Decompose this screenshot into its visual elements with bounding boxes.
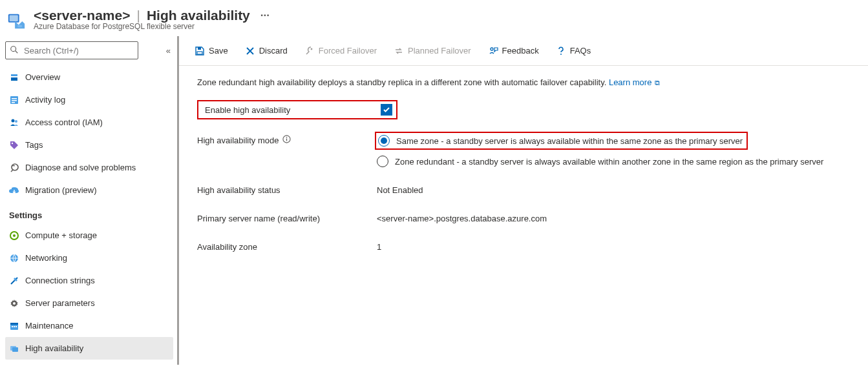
page-header: <server-name> | High availability ··· Az… — [0, 0, 868, 36]
search-input[interactable] — [5, 41, 138, 59]
sidebar-item-label: Maintenance — [25, 321, 73, 331]
high-availability-icon — [9, 343, 19, 354]
sidebar-item-compute-storage[interactable]: Compute + storage — [5, 224, 173, 247]
gear-icon — [9, 298, 19, 309]
planned-failover-button: Planned Failover — [388, 41, 476, 61]
forced-failover-icon — [304, 46, 315, 56]
sidebar-item-label: Networking — [25, 253, 67, 263]
svg-rect-20 — [16, 326, 17, 327]
learn-more-link[interactable]: Learn more ⧉ — [609, 77, 661, 87]
save-label: Save — [209, 46, 228, 56]
sidebar-item-label: Activity log — [25, 95, 65, 105]
title-separator: | — [136, 8, 140, 23]
svg-rect-29 — [286, 139, 287, 141]
svg-point-2 — [17, 25, 23, 28]
help-icon — [556, 46, 566, 56]
collapse-sidebar-button[interactable]: « — [164, 43, 173, 58]
radio-label: Same zone - a standby server is always a… — [396, 136, 743, 146]
activity-log-icon — [9, 95, 19, 105]
discard-button[interactable]: Discard — [240, 41, 293, 61]
planned-failover-label: Planned Failover — [408, 46, 471, 56]
planned-failover-icon — [394, 46, 404, 56]
ha-mode-zone-redundant-radio[interactable]: Zone redundant - a standby server is alw… — [377, 156, 823, 167]
svg-rect-22 — [12, 347, 18, 352]
svg-point-26 — [491, 48, 493, 50]
sidebar-item-tags[interactable]: Tags — [5, 134, 173, 156]
server-resource-icon — [6, 10, 26, 30]
svg-point-9 — [12, 119, 15, 122]
sidebar: « Overview Activity log Access control (… — [0, 36, 178, 365]
sidebar-item-overview[interactable]: Overview — [5, 66, 173, 88]
sidebar-item-label: Diagnose and solve problems — [25, 163, 136, 172]
search-icon — [10, 45, 19, 56]
svg-point-15 — [13, 302, 16, 305]
feedback-icon — [488, 46, 498, 56]
sidebar-item-migration[interactable]: Migration (preview) — [5, 179, 173, 201]
faqs-label: FAQs — [570, 46, 591, 56]
svg-point-25 — [310, 48, 312, 50]
svg-rect-19 — [14, 326, 15, 327]
sidebar-item-diagnose[interactable]: Diagnose and solve problems — [5, 156, 173, 179]
network-icon — [9, 253, 19, 263]
sidebar-section-settings: Settings — [5, 201, 173, 224]
sidebar-item-server-parameters[interactable]: Server parameters — [5, 292, 173, 314]
svg-rect-7 — [12, 100, 17, 101]
ha-mode-label: High availability mode — [197, 136, 279, 145]
svg-rect-24 — [197, 52, 202, 54]
discard-icon — [245, 46, 255, 56]
primary-server-value: <server-name>.postgres.database.azure.co… — [377, 212, 547, 223]
save-button[interactable]: Save — [189, 41, 233, 61]
primary-server-label: Primary server name (read/write) — [197, 214, 320, 223]
forced-failover-label: Forced Failover — [319, 46, 377, 56]
forced-failover-button: Forced Failover — [299, 41, 382, 61]
radio-indicator — [378, 135, 390, 147]
discard-label: Discard — [259, 46, 288, 56]
more-actions-button[interactable]: ··· — [257, 9, 273, 22]
compute-icon — [9, 230, 19, 241]
sidebar-item-connection-strings[interactable]: Connection strings — [5, 269, 173, 292]
info-icon[interactable] — [282, 135, 291, 145]
svg-rect-1 — [10, 15, 18, 21]
main-content: Save Discard Forced Failover Planned Fai… — [177, 36, 868, 365]
sidebar-item-label: Compute + storage — [25, 230, 97, 240]
migration-icon — [9, 185, 19, 196]
sidebar-item-networking[interactable]: Networking — [5, 247, 173, 269]
server-name-title: <server-name> — [34, 8, 130, 23]
enable-ha-checkbox[interactable] — [381, 104, 392, 116]
radio-indicator — [377, 156, 388, 167]
ha-mode-same-zone-highlight: Same zone - a standby server is always a… — [375, 132, 748, 150]
availability-zone-label: Availability zone — [197, 242, 257, 252]
diagnose-icon — [9, 163, 19, 173]
connection-strings-icon — [9, 276, 19, 286]
enable-ha-label: Enable high availability — [202, 105, 290, 115]
svg-point-30 — [286, 137, 288, 138]
sidebar-item-high-availability[interactable]: High availability — [5, 337, 173, 360]
svg-rect-18 — [12, 326, 13, 327]
svg-point-11 — [12, 142, 13, 143]
maintenance-icon — [9, 321, 19, 331]
sidebar-item-label: Migration (preview) — [25, 185, 97, 195]
sidebar-item-label: Overview — [25, 72, 60, 82]
feedback-button[interactable]: Feedback — [483, 41, 544, 61]
command-bar: Save Discard Forced Failover Planned Fai… — [179, 36, 868, 66]
sidebar-item-access-control[interactable]: Access control (IAM) — [5, 111, 173, 134]
save-icon — [195, 46, 205, 56]
ha-mode-same-zone-radio[interactable]: Same zone - a standby server is always a… — [377, 134, 823, 148]
tags-icon — [9, 140, 19, 150]
svg-rect-8 — [12, 102, 15, 103]
svg-point-27 — [560, 54, 562, 55]
ha-status-label: High availability status — [197, 185, 281, 195]
iam-icon — [9, 117, 19, 128]
sidebar-item-label: Access control (IAM) — [25, 117, 103, 127]
sidebar-item-activity-log[interactable]: Activity log — [5, 88, 173, 111]
page-title: High availability — [147, 8, 250, 23]
sidebar-item-label: Tags — [25, 140, 43, 150]
radio-label: Zone redundant - a standby server is alw… — [395, 157, 823, 167]
svg-point-10 — [15, 120, 17, 123]
external-link-icon: ⧉ — [653, 79, 660, 87]
sidebar-item-maintenance[interactable]: Maintenance — [5, 314, 173, 337]
svg-point-13 — [13, 234, 16, 237]
ha-status-value: Not Enabled — [377, 184, 423, 195]
faqs-button[interactable]: FAQs — [551, 41, 597, 61]
overview-icon — [9, 72, 19, 83]
